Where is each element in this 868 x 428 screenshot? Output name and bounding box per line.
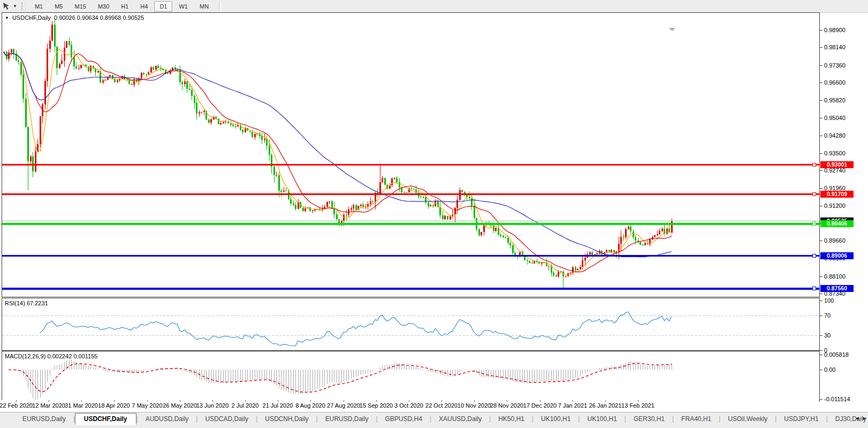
- toolbar-drag-handle[interactable]: [21, 2, 26, 11]
- macd-tick: [819, 355, 823, 355]
- tab-usdcnh-daily[interactable]: USDCNH,Daily: [257, 414, 316, 424]
- timeframe-button-h4[interactable]: H4: [135, 1, 153, 12]
- level-line-0.89006[interactable]: [2, 255, 819, 257]
- toolbar-separator: [219, 2, 221, 11]
- tab-audusd-daily[interactable]: AUDUSD,Daily: [138, 414, 196, 424]
- date-label: 13 Feb 2021: [621, 402, 654, 409]
- price-tick: [819, 136, 823, 136]
- date-label: 27 Aug 2020: [327, 402, 360, 409]
- price-tick: [819, 294, 823, 294]
- price-tick-label: 0.88100: [824, 273, 846, 280]
- rsi-tick: [819, 316, 823, 316]
- rsi-panel: RSI(14) 67.2231: [2, 298, 820, 351]
- date-tick: [49, 400, 49, 402]
- level-badge-0.87560: 0.87560: [820, 285, 854, 292]
- timeframe-button-d1[interactable]: D1: [154, 1, 172, 12]
- price-tick: [819, 241, 823, 241]
- timeframe-button-m1[interactable]: M1: [29, 1, 48, 12]
- cursor-tool-icon[interactable]: [2, 2, 12, 11]
- tab-eurusd-daily[interactable]: EURUSD,Daily: [15, 414, 73, 424]
- price-tick-label: 0.95820: [824, 97, 846, 103]
- price-tick: [819, 82, 823, 83]
- date-label: 21 Jul 2020: [263, 402, 293, 409]
- level-line-0.93001[interactable]: [2, 164, 819, 166]
- date-tick: [573, 400, 573, 402]
- chart-shift-marker-icon[interactable]: [669, 28, 675, 31]
- date-label: 28 Nov 2020: [490, 402, 523, 409]
- level-line-0.87560[interactable]: [2, 288, 819, 290]
- level-handle-0.89006[interactable]: [812, 254, 816, 258]
- rsi-label: RSI(14) 67.2231: [5, 300, 48, 306]
- tab-uk100-h1[interactable]: UK100,H1: [580, 414, 624, 424]
- price-tick: [819, 47, 823, 48]
- tab-xauusd-daily[interactable]: XAUUSD,Daily: [431, 414, 489, 424]
- dropdown-caret-icon[interactable]: ▼: [13, 4, 17, 9]
- level-badge-0.89006: 0.89006: [820, 252, 854, 259]
- date-label: 22 Feb 2020: [0, 402, 33, 409]
- tab-uk100-h1[interactable]: UK100,H1: [534, 414, 578, 424]
- date-tick: [376, 400, 377, 402]
- price-tick-label: 0.97360: [824, 62, 846, 69]
- price-tick-label: 0.95040: [824, 115, 846, 121]
- date-tick: [507, 400, 507, 402]
- price-tick: [819, 188, 823, 189]
- level-handle-0.87560[interactable]: [812, 287, 816, 290]
- chart-title: ▼ USDCHF,Daily 0.90026 0.90634 0.89968 0…: [5, 14, 144, 21]
- tab-usdjpy-h1[interactable]: USDJPY,H1: [776, 414, 826, 424]
- time-axis[interactable]: 22 Feb 202012 Mar 202031 Mar 202018 Apr …: [2, 400, 819, 411]
- price-tick: [819, 276, 823, 277]
- timeframe-button-m30[interactable]: M30: [93, 1, 115, 12]
- price-tick-label: 0.91200: [824, 202, 846, 209]
- candlestick-canvas[interactable]: [2, 13, 818, 296]
- rsi-axis-label: 70: [824, 312, 831, 319]
- macd-axis-label: 0.00: [824, 366, 835, 373]
- rsi-canvas[interactable]: [2, 298, 818, 349]
- tab-usdcad-daily[interactable]: USDCAD,Daily: [197, 414, 256, 424]
- date-tick: [344, 400, 344, 402]
- tab-eurusd-daily[interactable]: EURUSD,Daily: [318, 414, 376, 424]
- symbol-dropdown-icon[interactable]: ▼: [5, 16, 9, 20]
- date-label: 26 Jan 2021: [589, 402, 622, 409]
- level-badge-0.90406: 0.90406: [820, 220, 854, 227]
- level-handle-0.93001[interactable]: [812, 163, 816, 167]
- price-tick: [819, 100, 823, 101]
- chart-tabs: EURUSD,Daily|USDCHF,Daily|AUDUSD,Daily|U…: [0, 412, 868, 425]
- date-tick: [605, 400, 606, 402]
- macd-canvas[interactable]: [2, 351, 818, 400]
- tab-scroll-left-icon[interactable]: ◂: [856, 415, 859, 422]
- timeframe-button-m15[interactable]: M15: [69, 1, 91, 12]
- date-tick: [441, 400, 442, 402]
- rsi-tick: [819, 350, 823, 351]
- current-price-line: [2, 221, 819, 221]
- tab-fra40-h1[interactable]: FRA40,H1: [674, 414, 719, 424]
- level-line-0.90406[interactable]: [2, 223, 819, 225]
- timeframe-button-mn[interactable]: MN: [194, 1, 214, 12]
- timeframe-button-w1[interactable]: W1: [173, 1, 193, 12]
- tab-usoil-weekly[interactable]: USOil,Weekly: [720, 414, 775, 424]
- tab-scroll-right-icon[interactable]: ▸: [863, 415, 866, 422]
- date-label: 12 Mar 2020: [32, 402, 65, 409]
- price-tick-label: 0.96600: [824, 79, 846, 86]
- timeframe-button-m5[interactable]: M5: [49, 1, 68, 12]
- tab-usdchf-daily[interactable]: USDCHF,Daily: [75, 413, 136, 425]
- level-line-0.91709[interactable]: [2, 193, 819, 195]
- tab-gbpusd-h4[interactable]: GBPUSD,H4: [378, 414, 430, 424]
- price-tick: [819, 170, 823, 171]
- tab-ger30-h1[interactable]: GER30,H1: [626, 414, 672, 424]
- date-tick: [81, 400, 82, 402]
- date-tick: [540, 400, 540, 402]
- chart-symbol: USDCHF,Daily: [12, 14, 51, 21]
- date-tick: [212, 400, 213, 402]
- timeframe-button-h1[interactable]: H1: [116, 1, 134, 12]
- price-tick: [819, 65, 823, 66]
- tab-scroll-arrows: ◂ ▸: [856, 415, 866, 422]
- date-tick: [147, 400, 148, 402]
- tab-hk50-h1[interactable]: HK50,H1: [491, 414, 532, 424]
- level-handle-0.90406[interactable]: [812, 222, 816, 226]
- rsi-axis-label: 30: [824, 332, 831, 339]
- level-badge-0.93001: 0.93001: [820, 161, 854, 168]
- level-handle-0.91709[interactable]: [812, 192, 816, 196]
- price-tick-label: 0.92740: [824, 167, 846, 174]
- price-tick: [819, 153, 823, 154]
- price-chart-panel: ▼ USDCHF,Daily 0.90026 0.90634 0.89968 0…: [2, 12, 820, 297]
